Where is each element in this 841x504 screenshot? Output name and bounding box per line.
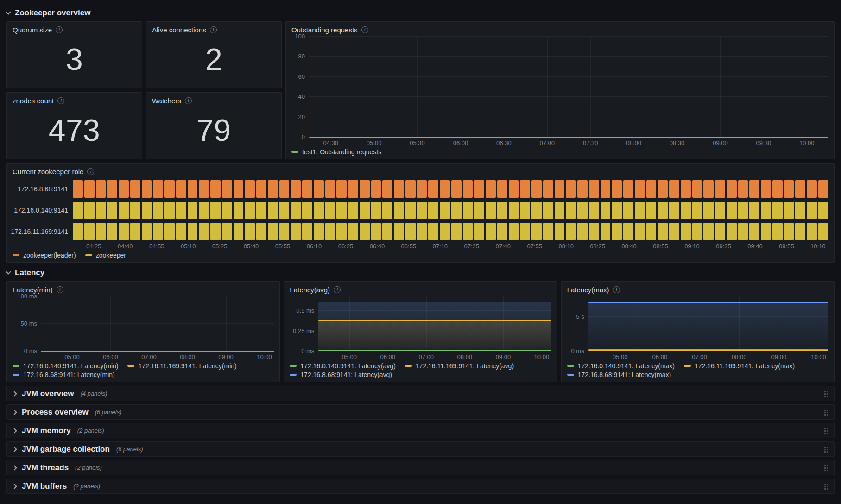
panel-title[interactable]: Quorum size — [13, 26, 52, 34]
collapsed-row[interactable]: JVM garbage collection(6 panels) — [6, 441, 835, 457]
legend-item[interactable]: 172.16.8.68:9141: Latency(max) — [567, 371, 671, 378]
legend-item[interactable]: 172.16.0.140:9141: Latency(min) — [13, 362, 118, 370]
panel-title[interactable]: Current zookeeper role — [13, 168, 83, 176]
x-tick-label: 08:55 — [653, 243, 668, 250]
y-tick-label: 80 — [298, 53, 305, 60]
legend-swatch-icon — [290, 374, 297, 376]
y-axis: 0 ms5 s — [567, 296, 588, 351]
legend-swatch-icon — [13, 365, 19, 367]
x-tick-label: 08:00 — [180, 353, 195, 360]
info-icon[interactable]: i — [87, 168, 94, 175]
state-bar — [589, 202, 599, 219]
legend-item[interactable]: 172.16.0.140:9141: Latency(max) — [567, 362, 675, 370]
legend-item[interactable]: 172.16.11.169:9141: Latency(avg) — [405, 362, 514, 370]
legend-item[interactable]: 172.16.11.169:9141: Latency(max) — [684, 362, 795, 370]
state-bar — [463, 202, 473, 219]
state-bar — [302, 202, 312, 219]
state-bar — [612, 180, 622, 198]
panel-title[interactable]: Latency(max) — [567, 286, 609, 294]
x-tick-label: 05:25 — [212, 243, 228, 250]
plot-area[interactable] — [41, 296, 274, 351]
legend-item[interactable]: 172.16.8.68:9141: Latency(avg) — [290, 371, 392, 378]
legend-item[interactable]: zookeeper(leader) — [13, 252, 76, 259]
legend-item[interactable]: test1: Outstanding requests — [291, 148, 381, 156]
x-axis: 04:3005:0005:3006:0006:3007:0007:3008:00… — [309, 137, 828, 147]
state-bar — [245, 202, 255, 219]
drag-handle-icon[interactable] — [824, 391, 828, 397]
collapsed-row[interactable]: JVM overview(4 panels) — [6, 386, 835, 401]
collapsed-row-count: (2 panels) — [73, 483, 100, 490]
legend-label: zookeeper — [96, 252, 126, 259]
state-bar — [428, 202, 438, 219]
gridline-horizontal — [41, 296, 274, 296]
state-bar — [153, 223, 163, 240]
state-bar — [440, 202, 450, 219]
drag-handle-icon[interactable] — [824, 428, 828, 434]
collapsed-row[interactable]: JVM threads(2 panels) — [6, 460, 835, 475]
state-bar — [164, 180, 175, 198]
plot-area[interactable] — [309, 37, 828, 137]
row-header-zookeeper-overview[interactable]: Zookeeper overview — [6, 5, 835, 21]
state-bar — [382, 223, 392, 240]
state-bar — [199, 202, 209, 219]
drag-handle-icon[interactable] — [824, 446, 828, 453]
gridline-vertical — [188, 296, 188, 351]
x-tick-label: 04:25 — [86, 243, 101, 250]
state-bar — [176, 202, 186, 219]
drag-handle-icon[interactable] — [824, 483, 828, 490]
legend-item[interactable]: 172.16.11.169:9141: Latency(min) — [127, 362, 236, 370]
state-bar — [715, 223, 725, 240]
state-bar — [234, 202, 244, 219]
info-icon[interactable]: i — [210, 26, 217, 33]
state-bar — [314, 180, 324, 198]
row-header-latency[interactable]: Latency — [6, 265, 835, 281]
timeline-row: 172.16.11.169:9141 — [13, 223, 828, 240]
panel-title[interactable]: Alive connections — [152, 26, 206, 34]
state-bar — [509, 180, 519, 198]
legend-label: 172.16.11.169:9141: Latency(min) — [138, 362, 236, 370]
plot-area[interactable] — [588, 296, 828, 351]
state-bar — [222, 202, 232, 219]
info-icon[interactable]: i — [613, 286, 620, 293]
state-bar — [669, 202, 679, 219]
info-icon[interactable]: i — [361, 26, 368, 33]
gridline-vertical — [226, 296, 227, 351]
gridline-vertical — [504, 37, 504, 137]
collapsed-row[interactable]: JVM buffers(2 panels) — [6, 479, 835, 494]
info-icon[interactable]: i — [56, 26, 63, 33]
legend-swatch-icon — [684, 365, 691, 367]
state-bar — [692, 202, 702, 219]
state-bar — [84, 180, 95, 198]
plot-area[interactable] — [318, 296, 551, 351]
legend-item[interactable]: 172.16.0.140:9141: Latency(avg) — [290, 362, 396, 370]
panel-title[interactable]: Latency(avg) — [290, 286, 330, 294]
state-bar — [210, 202, 221, 219]
info-icon[interactable]: i — [334, 286, 341, 293]
state-bar — [761, 202, 771, 219]
state-bar — [394, 223, 404, 240]
panel-title[interactable]: znodes count — [13, 97, 54, 105]
x-tick-label: 09:40 — [747, 243, 763, 250]
info-icon[interactable]: i — [185, 97, 192, 104]
legend-item[interactable]: zookeeper — [85, 252, 126, 259]
legend-item[interactable]: 172.16.8.68:9141: Latency(min) — [13, 371, 115, 378]
info-icon[interactable]: i — [57, 97, 64, 104]
state-bar — [658, 202, 668, 219]
drag-handle-icon[interactable] — [824, 409, 828, 416]
collapsed-row-title: JVM buffers — [22, 482, 67, 491]
state-bar — [268, 202, 278, 219]
state-bar — [394, 202, 404, 219]
collapsed-row[interactable]: JVM memory(2 panels) — [6, 423, 835, 438]
state-bar — [738, 223, 748, 240]
collapsed-row[interactable]: Process overview(6 panels) — [6, 404, 835, 420]
panel-title[interactable]: Watchers — [152, 97, 181, 105]
legend-swatch-icon — [405, 365, 412, 367]
row-title: Zookeeper overview — [15, 8, 90, 18]
x-tick-label: 05:30 — [410, 139, 425, 146]
drag-handle-icon[interactable] — [824, 465, 828, 471]
info-icon[interactable]: i — [57, 286, 63, 293]
state-bar — [279, 202, 290, 219]
legend-swatch-icon — [567, 365, 574, 367]
x-tick-label: 10:00 — [257, 353, 272, 360]
state-bar — [635, 180, 645, 198]
